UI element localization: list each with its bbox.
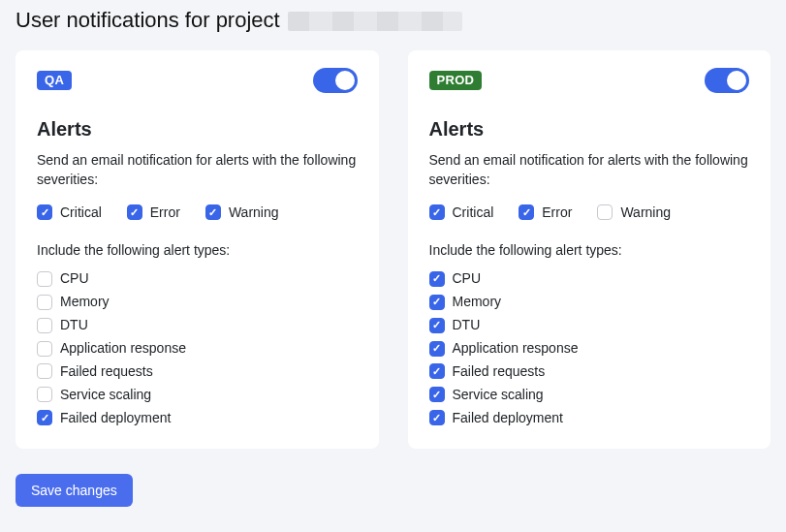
checkbox-label: CPU [453,269,482,288]
type-checkbox-service-scaling[interactable]: Service scaling [37,386,358,404]
checkbox-icon [429,271,445,287]
types-stack: CPUMemoryDTUApplication responseFailed r… [429,269,750,426]
checkbox-label: Warning [229,203,279,222]
env-card-prod: PRODAlertsSend an email notification for… [408,50,771,449]
severity-checkbox-error[interactable]: Error [519,203,572,222]
checkbox-icon [519,204,534,220]
type-checkbox-failed-deployment[interactable]: Failed deployment [429,409,750,427]
severity-checkbox-error[interactable]: Error [127,203,180,222]
checkbox-icon [205,204,221,220]
notifications-toggle[interactable] [705,68,749,93]
card-header: QA [37,68,358,93]
types-heading: Include the following alert types: [429,242,750,258]
page-title-row: User notifications for project [16,8,770,33]
type-checkbox-application-response[interactable]: Application response [37,339,358,358]
checkbox-label: Service scaling [60,386,151,404]
checkbox-label: DTU [60,316,88,334]
toggle-knob [335,71,355,90]
type-checkbox-failed-deployment[interactable]: Failed deployment [37,409,358,427]
checkbox-icon [429,204,445,220]
checkbox-label: Memory [453,293,502,311]
checkbox-icon [597,204,613,220]
env-tag-qa: QA [37,71,72,90]
checkbox-label: Critical [60,203,102,222]
checkbox-label: Failed requests [453,362,546,381]
checkbox-icon [37,271,52,287]
notifications-toggle[interactable] [313,68,358,93]
checkbox-icon [429,363,445,379]
checkbox-label: Failed deployment [453,409,563,427]
type-checkbox-failed-requests[interactable]: Failed requests [37,362,358,381]
checkbox-label: DTU [453,316,481,334]
type-checkbox-cpu[interactable]: CPU [429,269,750,288]
checkbox-label: Failed requests [60,362,153,381]
checkbox-icon [37,341,52,357]
cards-row: QAAlertsSend an email notification for a… [16,50,770,449]
card-header: PROD [429,68,750,93]
types-heading: Include the following alert types: [37,242,358,258]
type-checkbox-application-response[interactable]: Application response [429,339,750,358]
severity-checkbox-critical[interactable]: Critical [37,203,102,222]
severity-row: CriticalErrorWarning [429,203,750,222]
project-name-redacted [288,12,462,31]
type-checkbox-memory[interactable]: Memory [37,293,358,311]
type-checkbox-failed-requests[interactable]: Failed requests [429,362,750,381]
checkbox-icon [429,341,445,357]
severity-row: CriticalErrorWarning [37,203,358,222]
alerts-heading: Alerts [37,118,358,141]
checkbox-icon [429,410,445,425]
checkbox-icon [37,363,52,379]
severity-checkbox-critical[interactable]: Critical [429,203,494,222]
type-checkbox-dtu[interactable]: DTU [37,316,358,334]
checkbox-icon [429,318,445,333]
type-checkbox-cpu[interactable]: CPU [37,269,358,288]
page-title: User notifications for project [16,8,280,33]
checkbox-icon [127,204,142,220]
checkbox-icon [37,318,52,333]
save-button[interactable]: Save changes [16,474,133,507]
severity-checkbox-warning[interactable]: Warning [597,203,671,222]
type-checkbox-memory[interactable]: Memory [429,293,750,311]
env-tag-prod: PROD [429,71,483,90]
checkbox-label: Failed deployment [60,409,171,427]
checkbox-icon [37,410,52,425]
checkbox-label: Warning [620,203,671,222]
checkbox-icon [37,204,52,220]
alerts-description: Send an email notification for alerts wi… [429,150,750,190]
toggle-knob [727,71,746,90]
types-stack: CPUMemoryDTUApplication responseFailed r… [37,269,358,426]
severity-checkbox-warning[interactable]: Warning [205,203,279,222]
alerts-description: Send an email notification for alerts wi… [37,150,358,190]
checkbox-label: Critical [453,203,494,222]
checkbox-label: Error [150,203,180,222]
checkbox-icon [429,387,445,402]
checkbox-label: Application response [453,339,579,358]
checkbox-icon [37,295,52,310]
checkbox-label: Service scaling [453,386,544,404]
checkbox-icon [429,295,445,310]
checkbox-label: Memory [60,293,110,311]
checkbox-label: Error [542,203,572,222]
checkbox-label: CPU [60,269,89,288]
type-checkbox-dtu[interactable]: DTU [429,316,750,334]
alerts-heading: Alerts [429,118,750,141]
checkbox-icon [37,387,52,402]
checkbox-label: Application response [60,339,186,358]
env-card-qa: QAAlertsSend an email notification for a… [16,50,379,449]
type-checkbox-service-scaling[interactable]: Service scaling [429,386,750,404]
